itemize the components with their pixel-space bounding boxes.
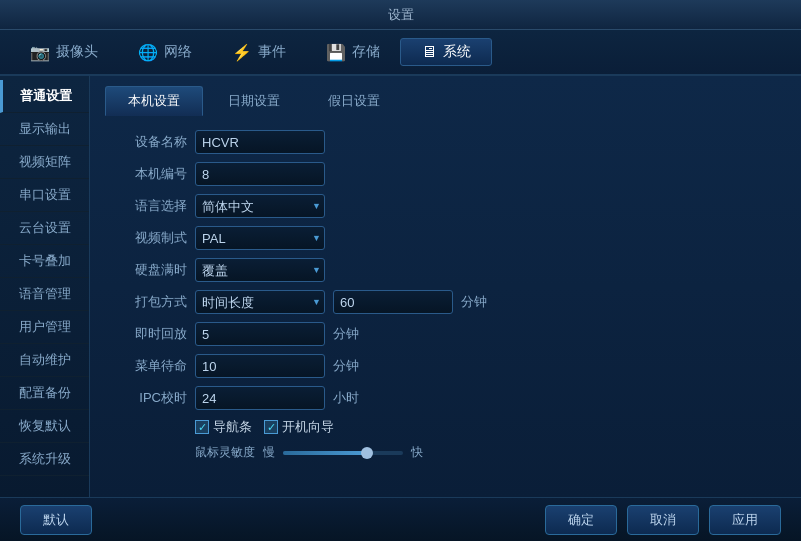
ok-button[interactable]: 确定: [545, 505, 617, 535]
instant-playback-label: 即时回放: [115, 325, 187, 343]
hdd-full-row: 硬盘满时 覆盖: [115, 258, 776, 282]
language-select-wrapper: 简体中文: [195, 194, 325, 218]
cancel-button[interactable]: 取消: [627, 505, 699, 535]
sidebar: 普通设置 显示输出 视频矩阵 串口设置 云台设置 卡号叠加 语音管理 用户管理 …: [0, 76, 90, 497]
boot-wizard-checkbox-item[interactable]: 开机向导: [264, 418, 334, 436]
event-icon: ⚡: [232, 43, 252, 62]
nav-tab-event[interactable]: ⚡ 事件: [212, 39, 306, 66]
mouse-speed-fast: 快: [411, 444, 423, 461]
mouse-speed-track[interactable]: [283, 451, 403, 455]
device-name-label: 设备名称: [115, 133, 187, 151]
title-bar: 设置: [0, 0, 801, 30]
sidebar-item-ptz[interactable]: 云台设置: [0, 212, 89, 245]
ipc-timeout-unit: 小时: [333, 389, 359, 407]
navbar-label: 导航条: [213, 418, 252, 436]
video-format-select-wrapper: PAL: [195, 226, 325, 250]
sub-tabs: 本机设置 日期设置 假日设置: [105, 86, 786, 116]
apply-button[interactable]: 应用: [709, 505, 781, 535]
mouse-speed-row: 鼠标灵敏度 慢 快: [195, 444, 776, 461]
tab-holiday[interactable]: 假日设置: [305, 86, 403, 116]
device-name-row: 设备名称: [115, 130, 776, 154]
mouse-speed-slow: 慢: [263, 444, 275, 461]
menu-timeout-row: 菜单待命 分钟: [115, 354, 776, 378]
default-button[interactable]: 默认: [20, 505, 92, 535]
nav-tab-storage[interactable]: 💾 存储: [306, 39, 400, 66]
top-nav: 📷 摄像头 🌐 网络 ⚡ 事件 💾 存储 🖥 系统: [0, 30, 801, 76]
sidebar-item-display[interactable]: 显示输出: [0, 113, 89, 146]
pack-mode-label: 打包方式: [115, 293, 187, 311]
checkbox-row: 导航条 开机向导: [195, 418, 776, 436]
sidebar-item-audio[interactable]: 语音管理: [0, 278, 89, 311]
instant-playback-input[interactable]: [195, 322, 325, 346]
language-label: 语言选择: [115, 197, 187, 215]
tab-date[interactable]: 日期设置: [205, 86, 303, 116]
slider-thumb[interactable]: [361, 447, 373, 459]
device-no-row: 本机编号: [115, 162, 776, 186]
sidebar-item-config-backup[interactable]: 配置备份: [0, 377, 89, 410]
mouse-speed-label: 鼠标灵敏度: [195, 444, 255, 461]
bottom-bar: 默认 确定 取消 应用: [0, 497, 801, 541]
sidebar-item-upgrade[interactable]: 系统升级: [0, 443, 89, 476]
device-no-label: 本机编号: [115, 165, 187, 183]
hdd-full-select[interactable]: 覆盖: [195, 258, 325, 282]
system-icon: 🖥: [421, 43, 437, 61]
sidebar-item-restore[interactable]: 恢复默认: [0, 410, 89, 443]
nav-tab-system[interactable]: 🖥 系统: [400, 38, 492, 66]
hdd-full-select-wrapper: 覆盖: [195, 258, 325, 282]
video-format-label: 视频制式: [115, 229, 187, 247]
instant-playback-row: 即时回放 分钟: [115, 322, 776, 346]
nav-tab-camera[interactable]: 📷 摄像头: [10, 39, 118, 66]
video-format-select[interactable]: PAL: [195, 226, 325, 250]
sidebar-item-auto-maintain[interactable]: 自动维护: [0, 344, 89, 377]
sidebar-item-serial[interactable]: 串口设置: [0, 179, 89, 212]
language-row: 语言选择 简体中文: [115, 194, 776, 218]
video-format-row: 视频制式 PAL: [115, 226, 776, 250]
pack-mode-row: 打包方式 时间长度 分钟: [115, 290, 776, 314]
tab-local[interactable]: 本机设置: [105, 86, 203, 116]
network-icon: 🌐: [138, 43, 158, 62]
boot-wizard-checkbox[interactable]: [264, 420, 278, 434]
pack-mode-select[interactable]: 时间长度: [195, 290, 325, 314]
boot-wizard-label: 开机向导: [282, 418, 334, 436]
menu-timeout-label: 菜单待命: [115, 357, 187, 375]
ipc-timeout-label: IPC校时: [115, 389, 187, 407]
sidebar-item-user[interactable]: 用户管理: [0, 311, 89, 344]
nav-tab-network[interactable]: 🌐 网络: [118, 39, 212, 66]
ipc-timeout-row: IPC校时 小时: [115, 386, 776, 410]
storage-icon: 💾: [326, 43, 346, 62]
main-container: 普通设置 显示输出 视频矩阵 串口设置 云台设置 卡号叠加 语音管理 用户管理 …: [0, 76, 801, 497]
device-name-input[interactable]: [195, 130, 325, 154]
sidebar-item-general[interactable]: 普通设置: [0, 80, 89, 113]
navbar-checkbox-item[interactable]: 导航条: [195, 418, 252, 436]
sidebar-item-overlay[interactable]: 卡号叠加: [0, 245, 89, 278]
language-select[interactable]: 简体中文: [195, 194, 325, 218]
content-area: 本机设置 日期设置 假日设置 设备名称 本机编号 语言选择: [90, 76, 801, 497]
title-text: 设置: [388, 6, 414, 24]
hdd-full-label: 硬盘满时: [115, 261, 187, 279]
camera-icon: 📷: [30, 43, 50, 62]
menu-timeout-unit: 分钟: [333, 357, 359, 375]
device-no-input[interactable]: [195, 162, 325, 186]
navbar-checkbox[interactable]: [195, 420, 209, 434]
pack-mode-select-wrapper: 时间长度: [195, 290, 325, 314]
ipc-timeout-input[interactable]: [195, 386, 325, 410]
pack-unit: 分钟: [461, 293, 487, 311]
slider-fill: [283, 451, 367, 455]
form-section: 设备名称 本机编号 语言选择 简体中文 视频制式: [105, 130, 786, 461]
sidebar-item-video-matrix[interactable]: 视频矩阵: [0, 146, 89, 179]
confirm-buttons: 确定 取消 应用: [545, 505, 781, 535]
menu-timeout-input[interactable]: [195, 354, 325, 378]
instant-playback-unit: 分钟: [333, 325, 359, 343]
pack-duration-input[interactable]: [333, 290, 453, 314]
